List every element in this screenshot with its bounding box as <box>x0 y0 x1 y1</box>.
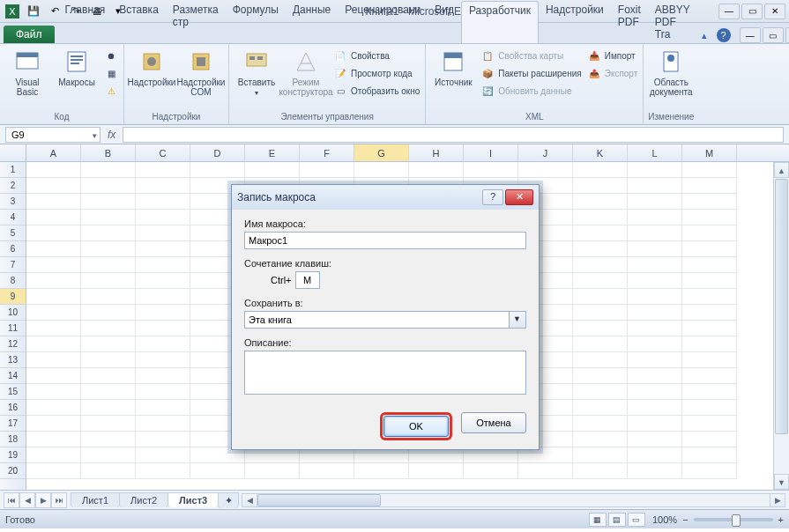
row-header[interactable]: 7 <box>0 257 26 273</box>
column-header[interactable]: E <box>245 144 300 161</box>
tab-foxit pdf[interactable]: Foxit PDF <box>611 1 648 43</box>
column-header[interactable]: F <box>300 144 354 161</box>
column-header[interactable]: J <box>518 144 573 161</box>
tab-главная[interactable]: Главная <box>58 1 113 43</box>
column-header[interactable]: C <box>136 144 190 161</box>
doc-minimize-button[interactable]: — <box>740 27 761 43</box>
macros-button[interactable]: Макросы <box>53 46 100 89</box>
column-header[interactable]: H <box>409 144 464 161</box>
tab-разметка стр[interactable]: Разметка стр <box>166 1 226 43</box>
expansion-packs-button[interactable]: 📦Пакеты расширения <box>479 65 583 81</box>
normal-view-button[interactable]: ▦ <box>589 513 607 527</box>
zoom-in-button[interactable]: + <box>778 514 784 525</box>
record-macro-button[interactable]: ⏺ <box>102 48 120 63</box>
row-header[interactable]: 3 <box>0 194 26 210</box>
insert-control-button[interactable]: Вставить▾ <box>233 46 280 99</box>
row-header[interactable]: 5 <box>0 225 26 241</box>
sheet-prev-button[interactable]: ◀ <box>19 492 35 508</box>
row-header[interactable]: 12 <box>0 336 26 352</box>
page-break-button[interactable]: ▭ <box>628 513 645 527</box>
sheet-tab[interactable]: Лист2 <box>119 492 168 507</box>
relative-refs-button[interactable]: ▦ <box>102 65 120 81</box>
xml-source-button[interactable]: Источник <box>429 46 477 89</box>
minimize-ribbon-icon[interactable]: ▴ <box>697 28 711 42</box>
shortcut-input[interactable] <box>295 271 320 289</box>
horizontal-scrollbar[interactable]: ◀ ▶ <box>242 493 785 507</box>
document-panel-button[interactable]: Область документа <box>647 46 695 99</box>
row-header[interactable]: 10 <box>0 305 26 321</box>
app-close-button[interactable]: ✕ <box>764 4 785 19</box>
save-icon[interactable]: 💾 <box>25 3 42 20</box>
tab-вставка[interactable]: Вставка <box>112 1 166 43</box>
macro-name-input[interactable] <box>244 232 526 249</box>
addins-button[interactable]: Надстройки <box>128 46 175 89</box>
dialog-titlebar[interactable]: Запись макроса ? ✕ <box>232 185 539 210</box>
sheet-next-button[interactable]: ▶ <box>35 492 51 508</box>
scroll-down-icon[interactable]: ▼ <box>774 474 789 490</box>
app-minimize-button[interactable]: — <box>718 4 740 19</box>
column-header[interactable]: D <box>190 144 245 161</box>
row-header[interactable]: 4 <box>0 210 26 225</box>
run-dialog-button[interactable]: ▭Отобразить окно <box>331 83 421 99</box>
row-header[interactable]: 19 <box>0 447 26 463</box>
dialog-help-button[interactable]: ? <box>482 189 503 205</box>
sheet-tab[interactable]: Лист1 <box>71 492 120 507</box>
cancel-button[interactable]: Отмена <box>461 412 526 433</box>
row-header[interactable]: 14 <box>0 368 26 384</box>
column-header[interactable]: A <box>26 144 81 161</box>
com-addins-button[interactable]: Надстройки COM <box>177 46 225 99</box>
row-header[interactable]: 15 <box>0 384 26 400</box>
vertical-scrollbar[interactable]: ▲ ▼ <box>773 162 789 490</box>
row-header[interactable]: 20 <box>0 463 26 479</box>
macro-security-button[interactable]: ⚠ <box>102 83 120 99</box>
scroll-up-icon[interactable]: ▲ <box>774 162 789 178</box>
tab-вид[interactable]: Вид <box>428 1 461 43</box>
dialog-close-button[interactable]: ✕ <box>505 189 533 205</box>
column-header[interactable]: B <box>81 144 136 161</box>
file-tab[interactable]: Файл <box>4 26 55 43</box>
ok-button[interactable]: OK <box>383 416 449 437</box>
sheet-first-button[interactable]: ⏮ <box>4 492 19 508</box>
scroll-thumb[interactable] <box>775 179 788 434</box>
row-header[interactable]: 9 <box>0 289 26 305</box>
column-header[interactable]: G <box>354 144 409 161</box>
formula-input[interactable] <box>123 127 784 143</box>
view-code-button[interactable]: 📝Просмотр кода <box>331 65 421 81</box>
properties-button[interactable]: 📄Свойства <box>331 48 421 63</box>
select-all-corner[interactable] <box>0 144 26 161</box>
tab-надстройки[interactable]: Надстройки <box>539 1 611 43</box>
excel-icon[interactable]: X <box>4 3 21 20</box>
column-header[interactable]: K <box>573 144 628 161</box>
row-header[interactable]: 2 <box>0 178 26 194</box>
new-sheet-button[interactable]: ✦ <box>218 492 239 508</box>
doc-close-button[interactable]: ✕ <box>785 27 789 43</box>
column-header[interactable]: I <box>464 144 518 161</box>
zoom-slider[interactable] <box>694 518 773 521</box>
name-box[interactable]: G9 <box>5 127 100 143</box>
zoom-value[interactable]: 100% <box>652 514 677 525</box>
save-in-select[interactable]: Эта книга▼ <box>244 311 526 329</box>
tab-данные[interactable]: Данные <box>286 1 338 43</box>
column-header[interactable]: M <box>682 144 737 161</box>
column-header[interactable]: L <box>628 144 682 161</box>
row-header[interactable]: 11 <box>0 321 26 336</box>
help-icon[interactable]: ? <box>717 28 731 42</box>
visual-basic-button[interactable]: Visual Basic <box>4 46 51 99</box>
row-header[interactable]: 18 <box>0 432 26 447</box>
zoom-out-button[interactable]: − <box>682 514 688 525</box>
row-header[interactable]: 1 <box>0 162 26 178</box>
fx-icon[interactable]: fx <box>108 129 115 141</box>
doc-maximize-button[interactable]: ▭ <box>763 27 784 43</box>
row-header[interactable]: 13 <box>0 352 26 368</box>
import-button[interactable]: 📥Импорт <box>585 48 640 63</box>
page-layout-button[interactable]: ▤ <box>608 513 626 527</box>
tab-рецензировани[interactable]: Рецензировани <box>338 1 428 43</box>
tab-abbyy pdf tra[interactable]: ABBYY PDF Tra <box>648 1 697 43</box>
row-header[interactable]: 8 <box>0 273 26 289</box>
tab-разработчик[interactable]: Разработчик <box>461 1 539 43</box>
tab-формулы[interactable]: Формулы <box>226 1 286 43</box>
app-maximize-button[interactable]: ▭ <box>741 4 763 19</box>
design-mode-button[interactable]: Режим конструктора <box>282 46 330 99</box>
row-header[interactable]: 6 <box>0 241 26 257</box>
description-textarea[interactable] <box>244 351 526 395</box>
